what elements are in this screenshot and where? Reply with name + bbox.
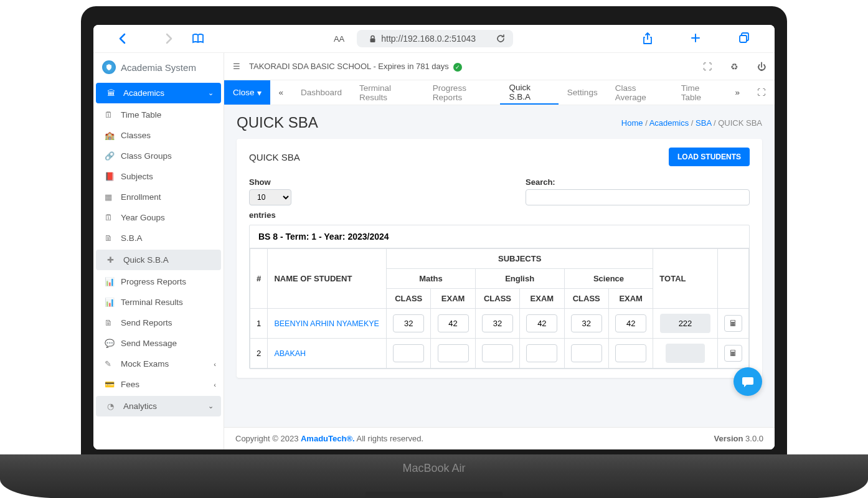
breadcrumb: Home / Academics / SBA / QUICK SBA bbox=[621, 118, 762, 128]
calculator-icon[interactable]: 🖩 bbox=[724, 345, 742, 362]
version-value: 3.0.0 bbox=[745, 434, 763, 443]
screen: AA http://192.168.0.2:51043 bbox=[93, 25, 775, 449]
sidebar-brand[interactable]: Academia System bbox=[93, 53, 224, 82]
school-status: TAKORADI SDA BASIC SCHOOL - Expires in 7… bbox=[249, 62, 684, 72]
score-input[interactable] bbox=[615, 344, 646, 362]
total-value: 222 bbox=[660, 314, 711, 333]
tabs-icon[interactable] bbox=[738, 32, 750, 45]
breadcrumb-sba[interactable]: SBA bbox=[696, 118, 711, 128]
sidebar-item-timetable[interactable]: 🗓Time Table bbox=[93, 105, 224, 125]
sidebar-item-year-groups[interactable]: 🗓Year Goups bbox=[93, 207, 224, 228]
message-icon: 💬 bbox=[105, 339, 115, 348]
collapse-tabs-button[interactable]: « bbox=[270, 88, 293, 97]
sidebar-item-quick-sba[interactable]: ✚Quick S.B.A bbox=[96, 250, 221, 270]
sidebar-item-fees[interactable]: 💳Fees‹ bbox=[93, 374, 224, 395]
back-icon[interactable] bbox=[118, 33, 127, 44]
more-tabs-button[interactable]: » bbox=[726, 88, 748, 97]
sidebar-item-terminal-results[interactable]: 📊Terminal Results bbox=[93, 292, 224, 312]
tab-dashboard[interactable]: Dashboard bbox=[292, 80, 351, 105]
score-input[interactable] bbox=[615, 314, 646, 332]
subcol-class: CLASS bbox=[387, 289, 431, 309]
table-row: 1 BEENYIN ARHIN NYAMEKYE bbox=[250, 309, 749, 339]
recycle-icon[interactable]: ♻ bbox=[730, 62, 738, 72]
tab-progress-reports[interactable]: Progress Reports bbox=[424, 80, 501, 105]
brand-text: Academia System bbox=[121, 62, 196, 73]
sidebar-item-enrollment[interactable]: ▦Enrollment bbox=[93, 187, 224, 207]
check-badge-icon: ✓ bbox=[453, 63, 462, 72]
chevron-down-icon: ⌄ bbox=[208, 402, 214, 410]
laptop-label: MacBook Air bbox=[402, 462, 465, 475]
col-name: NAME OF STUDENT bbox=[268, 249, 387, 309]
sidebar-item-subjects[interactable]: 📕Subjects bbox=[93, 166, 224, 187]
footer: Copyright © 2023 AmaduTech®. All rights … bbox=[224, 427, 775, 449]
forward-icon[interactable] bbox=[164, 33, 173, 44]
rights-text: All rights reserved. bbox=[355, 434, 424, 443]
company-link[interactable]: AmaduTech®. bbox=[301, 434, 355, 443]
student-name[interactable]: ABAKAH bbox=[268, 339, 387, 369]
subject-maths: Maths bbox=[387, 269, 476, 289]
tab-settings[interactable]: Settings bbox=[559, 80, 606, 105]
fullscreen-tab-button[interactable]: ⛶ bbox=[748, 88, 775, 97]
col-subjects: SUBJECTS bbox=[387, 249, 653, 269]
sidebar-item-send-message[interactable]: 💬Send Message bbox=[93, 333, 224, 354]
score-input[interactable] bbox=[571, 314, 602, 332]
expand-icon[interactable]: ⛶ bbox=[703, 62, 712, 72]
new-tab-icon[interactable] bbox=[690, 32, 701, 45]
tab-time-table[interactable]: Time Table bbox=[672, 80, 727, 105]
table-icon: ▦ bbox=[105, 192, 115, 202]
score-input[interactable] bbox=[571, 344, 602, 362]
power-icon[interactable]: ⏻ bbox=[757, 62, 766, 72]
table-row: 2 ABAKAH bbox=[250, 339, 749, 369]
tab-terminal-results[interactable]: Terminal Results bbox=[351, 80, 424, 105]
subcol-exam: EXAM bbox=[608, 289, 653, 309]
score-input[interactable] bbox=[482, 314, 513, 332]
score-input[interactable] bbox=[526, 314, 557, 332]
sidebar-item-analytics[interactable]: ◔Analytics⌄ bbox=[96, 396, 221, 416]
chat-button[interactable] bbox=[734, 367, 762, 396]
book-icon[interactable] bbox=[192, 33, 204, 44]
breadcrumb-home[interactable]: Home bbox=[621, 118, 643, 128]
sidebar-item-class-groups[interactable]: 🔗Class Groups bbox=[93, 146, 224, 166]
url-bar[interactable]: http://192.168.0.2:51043 bbox=[357, 30, 513, 47]
share-icon[interactable] bbox=[643, 32, 653, 45]
score-input[interactable] bbox=[438, 314, 469, 332]
book-icon: 📕 bbox=[105, 172, 115, 181]
sidebar-item-mock-exams[interactable]: ✎Mock Exams‹ bbox=[93, 354, 224, 374]
laptop-frame: AA http://192.168.0.2:51043 bbox=[0, 0, 868, 498]
score-input[interactable] bbox=[393, 344, 424, 362]
entries-select[interactable]: 10 bbox=[249, 189, 291, 205]
student-name[interactable]: BEENYIN ARHIN NYAMEKYE bbox=[268, 309, 387, 339]
entries-label: entries bbox=[249, 210, 750, 220]
calculator-icon[interactable]: 🖩 bbox=[724, 315, 742, 332]
search-label: Search: bbox=[526, 177, 750, 187]
col-actions bbox=[717, 249, 748, 309]
score-input[interactable] bbox=[526, 344, 557, 362]
file-icon: 🗎 bbox=[105, 318, 115, 327]
close-button[interactable]: Close ▾ bbox=[224, 80, 270, 105]
text-size-control[interactable]: AA bbox=[334, 34, 344, 44]
sidebar-item-academics[interactable]: 🏛 Academics ⌄ bbox=[96, 83, 221, 103]
sidebar-item-progress-reports[interactable]: 📊Progress Reports bbox=[93, 271, 224, 292]
tab-quick-sba[interactable]: Quick S.B.A bbox=[500, 80, 558, 105]
load-students-button[interactable]: LOAD STUDENTS bbox=[669, 148, 750, 166]
card-quick-sba: QUICK SBA LOAD STUDENTS Show 10 bbox=[237, 139, 762, 378]
sidebar-item-send-reports[interactable]: 🗎Send Reports bbox=[93, 312, 224, 333]
chevron-left-icon: ‹ bbox=[214, 360, 216, 368]
col-num: # bbox=[250, 249, 268, 309]
search-input[interactable] bbox=[526, 189, 750, 205]
subcol-class: CLASS bbox=[564, 289, 608, 309]
breadcrumb-academics[interactable]: Academics bbox=[649, 118, 689, 128]
svg-rect-1 bbox=[740, 35, 747, 42]
score-input[interactable] bbox=[482, 344, 513, 362]
tab-class-average[interactable]: Class Average bbox=[606, 80, 672, 105]
sidebar-item-sba[interactable]: 🗎S.B.A bbox=[93, 228, 224, 248]
main: ☰ TAKORADI SDA BASIC SCHOOL - Expires in… bbox=[224, 53, 775, 449]
score-input[interactable] bbox=[438, 344, 469, 362]
table-caption: BS 8 - Term: 1 - Year: 2023/2024 bbox=[250, 225, 749, 248]
hamburger-icon[interactable]: ☰ bbox=[233, 62, 240, 71]
score-input[interactable] bbox=[393, 314, 424, 332]
sidebar-item-classes[interactable]: 🏫Classes bbox=[93, 125, 224, 146]
subject-science: Science bbox=[564, 269, 653, 289]
reload-icon[interactable] bbox=[496, 34, 506, 44]
row-num: 1 bbox=[250, 309, 268, 339]
